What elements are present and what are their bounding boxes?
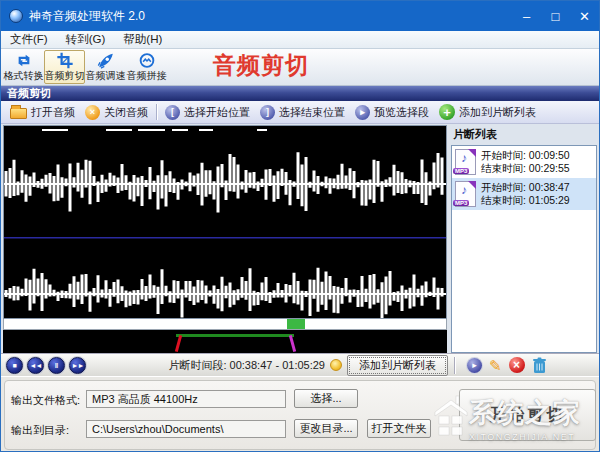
playback-progress-bar[interactable]: [3, 319, 447, 330]
menu-help[interactable]: 帮助(H): [114, 31, 171, 48]
fragment-start-time: 开始时间: 00:38:47: [481, 181, 570, 193]
select-start-label: 选择开始位置: [184, 105, 250, 120]
gear-icon[interactable]: [330, 359, 342, 371]
open-audio-label: 打开音频: [31, 105, 75, 120]
fragment-list[interactable]: ♪ MP3 开始时间: 00:09:50 结束时间: 00:29:55 ♪ MP…: [451, 145, 597, 353]
output-dir-label: 输出到目录:: [11, 423, 69, 438]
stop-button[interactable]: ■: [6, 357, 23, 374]
edit-pencil-icon[interactable]: ✎: [489, 358, 502, 373]
open-folder-icon: [10, 108, 27, 119]
add-to-fragment-list-button[interactable]: 添加到片断列表: [347, 355, 448, 376]
selection-start-marker[interactable]: [175, 335, 182, 352]
menubar: 文件(F) 转到(G) 帮助(H): [1, 31, 599, 49]
maximize-button[interactable]: □: [541, 1, 570, 31]
toolbar-button-label: 音频剪切: [45, 69, 85, 83]
segment-time-range: 00:38:47 - 01:05:29: [230, 359, 325, 371]
trash-icon[interactable]: [532, 357, 547, 374]
output-panel: 输出文件格式: 选择... 输出到目录: 更改目录... 打开文件夹 开始剪切 …: [1, 376, 599, 452]
selection-marker-strip[interactable]: [3, 330, 447, 353]
toolbar-button-label: 格式转换: [4, 69, 44, 83]
toolbar-button-label: 音频调速: [86, 69, 126, 83]
preview-fragment-icon[interactable]: ▸: [467, 358, 482, 373]
crop-icon: [55, 52, 75, 69]
plus-icon: +: [439, 104, 455, 120]
choose-format-button[interactable]: 选择...: [294, 389, 358, 408]
section-header: 音频剪切: [1, 86, 599, 101]
fragment-list-item[interactable]: ♪ MP3 开始时间: 00:38:47 结束时间: 01:05:29: [452, 178, 596, 210]
delete-icon[interactable]: ×: [509, 357, 525, 373]
forward-button[interactable]: ►►: [69, 357, 86, 374]
page-title: 音频剪切: [213, 50, 309, 81]
fragment-panel-title: 片断列表: [451, 125, 597, 145]
close-audio-label: 关闭音频: [104, 105, 148, 120]
menu-goto[interactable]: 转到(G): [57, 31, 115, 48]
mp3-file-icon: ♪ MP3: [455, 149, 476, 175]
waveform-display[interactable]: [3, 125, 447, 319]
fragment-start-time: 开始时间: 00:09:50: [481, 149, 570, 161]
titlebar: 神奇音频处理软件 2.0 – □ ✕: [1, 1, 599, 31]
output-dir-field[interactable]: [86, 420, 286, 438]
output-format-label: 输出文件格式:: [11, 393, 80, 408]
fragment-end-time: 结束时间: 01:05:29: [481, 194, 570, 206]
select-end-button[interactable]: ] 选择结束位置: [255, 103, 350, 122]
play-icon: ▸: [355, 105, 370, 120]
playback-position-marker[interactable]: [287, 319, 305, 329]
convert-arrows-icon: [14, 52, 34, 69]
main-toolbar: 格式转换 音频剪切 音频调速 音频拼接 音频剪切: [1, 49, 599, 86]
close-audio-button[interactable]: × 关闭音频: [80, 103, 153, 122]
preview-selection-label: 预览选择段: [374, 105, 429, 120]
menu-file[interactable]: 文件(F): [1, 31, 57, 48]
fragment-list-item[interactable]: ♪ MP3 开始时间: 00:09:50 结束时间: 00:29:55: [452, 146, 596, 178]
app-icon: [9, 9, 23, 23]
segment-time-label: 片断时间段:: [168, 359, 226, 371]
toolbar-button-label: 音频拼接: [127, 69, 167, 83]
selection-range-line: [176, 334, 294, 337]
start-bracket-icon: [: [165, 105, 180, 120]
fragment-panel: 片断列表 ♪ MP3 开始时间: 00:09:50 结束时间: 00:29:55…: [451, 125, 597, 353]
mp3-file-icon: ♪ MP3: [455, 181, 476, 207]
window-title: 神奇音频处理软件 2.0: [29, 8, 512, 25]
action-bar: 打开音频 × 关闭音频 [ 选择开始位置 ] 选择结束位置 ▸ 预览选择段 + …: [1, 101, 599, 124]
change-dir-button[interactable]: 更改目录...: [294, 419, 358, 438]
transport-bar: ■ ◄◄ ‖ ►► 片断时间段: 00:38:47 - 01:05:29 添加到…: [1, 353, 599, 376]
waveform-column: [3, 125, 447, 353]
close-audio-icon: ×: [85, 105, 100, 120]
open-audio-button[interactable]: 打开音频: [5, 103, 80, 122]
selection-end-marker[interactable]: [289, 335, 296, 352]
rewind-button[interactable]: ◄◄: [27, 357, 44, 374]
start-cut-button[interactable]: 开始剪切: [459, 389, 596, 441]
rocket-icon: [96, 52, 116, 69]
main-area: 片断列表 ♪ MP3 开始时间: 00:09:50 结束时间: 00:29:55…: [1, 124, 599, 353]
handshake-icon: [137, 52, 157, 69]
add-to-list-button[interactable]: + 添加到片断列表: [434, 103, 541, 122]
select-start-button[interactable]: [ 选择开始位置: [160, 103, 255, 122]
minimize-button[interactable]: –: [512, 1, 541, 31]
audio-cut-button[interactable]: 音频剪切: [44, 50, 85, 84]
audio-join-button[interactable]: 音频拼接: [126, 50, 167, 84]
add-to-list-label: 添加到片断列表: [459, 105, 536, 120]
open-folder-button[interactable]: 打开文件夹: [367, 419, 431, 438]
output-format-field[interactable]: [86, 390, 286, 408]
audio-speed-button[interactable]: 音频调速: [85, 50, 126, 84]
audio-waveform: [4, 126, 446, 318]
end-bracket-icon: ]: [260, 105, 275, 120]
app-window: 神奇音频处理软件 2.0 – □ ✕ 文件(F) 转到(G) 帮助(H) 格式转…: [0, 0, 600, 452]
close-button[interactable]: ✕: [570, 1, 599, 31]
format-convert-button[interactable]: 格式转换: [3, 50, 44, 84]
preview-selection-button[interactable]: ▸ 预览选择段: [350, 103, 434, 122]
separator: [156, 104, 157, 120]
pause-button[interactable]: ‖: [48, 357, 65, 374]
select-end-label: 选择结束位置: [279, 105, 345, 120]
fragment-end-time: 结束时间: 00:29:55: [481, 162, 570, 174]
